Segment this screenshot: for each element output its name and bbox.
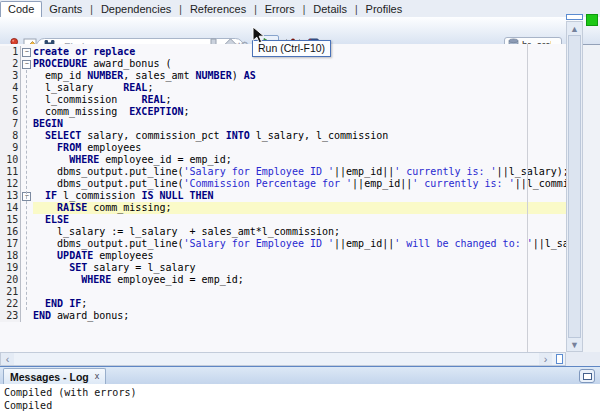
line-number: 7 [0, 118, 21, 130]
log-content: Compiled (with errors)Compiled [0, 384, 600, 412]
tab-bar: CodeGrants|Dependencies|References|Error… [0, 0, 600, 18]
minimize-icon [583, 373, 592, 380]
tab-code[interactable]: Code [0, 1, 42, 18]
compile-status-indicator [586, 14, 598, 26]
horizontal-scrollbar[interactable]: ‹ › [0, 352, 566, 366]
hscroll-split-handle[interactable] [556, 354, 563, 364]
line-number: 12 [0, 178, 21, 190]
code-line: l_salary REAL; [33, 82, 566, 94]
code-editor[interactable]: 1−2−345678910111213−14151617181920212223… [0, 44, 566, 352]
scroll-left-icon[interactable]: ‹ [1, 353, 14, 365]
code-line: WHERE employee_id = emp_id; [33, 154, 566, 166]
minimize-log-button[interactable] [579, 369, 595, 383]
tab-grants[interactable]: Grants [42, 2, 89, 17]
tab-errors[interactable]: Errors [258, 2, 302, 17]
line-number: 23 [0, 310, 21, 322]
line-number: 17 [0, 238, 21, 250]
log-line: Compiled (with errors) [4, 386, 600, 399]
fold-toggle-icon[interactable]: − [21, 58, 32, 70]
messages-log-tab[interactable]: Messages - Log x [3, 368, 106, 384]
tab-profiles[interactable]: Profiles [359, 2, 410, 17]
vertical-scrollbar[interactable]: ▲ ▼ [566, 21, 583, 352]
line-number: 9 [0, 142, 21, 154]
line-number: 15 [0, 214, 21, 226]
line-number: 5 [0, 94, 21, 106]
right-margin-line [527, 44, 528, 352]
line-number: 8 [0, 130, 21, 142]
code-line: dbms_output.put_line('Salary for Employe… [33, 238, 566, 250]
scrollbar-corner [566, 352, 600, 366]
line-number: 1 [0, 46, 21, 58]
tab-references[interactable]: References [183, 2, 253, 17]
line-number: 2 [0, 58, 21, 70]
mouse-cursor [252, 26, 266, 49]
scroll-down-icon[interactable]: ▼ [567, 338, 582, 351]
line-number: 13 [0, 190, 21, 202]
line-number: 4 [0, 82, 21, 94]
code-line: SELECT salary, commission_pct INTO l_sal… [33, 130, 566, 142]
code-line: FROM employees [33, 142, 566, 154]
gutter: 1−2−345678910111213−14151617181920212223 [0, 44, 32, 352]
line-number: 14 [0, 202, 21, 214]
close-log-icon[interactable]: x [95, 372, 100, 381]
scroll-up-icon[interactable]: ▲ [567, 22, 582, 35]
line-number: 3 [0, 70, 21, 82]
line-number: 19 [0, 262, 21, 274]
code-line: l_commission REAL; [33, 94, 566, 106]
code-line: PROCEDURE award_bonus ( [33, 58, 566, 70]
line-number: 6 [0, 106, 21, 118]
code-line: END IF; [33, 298, 566, 310]
code-line: ELSE [33, 214, 566, 226]
code-line: comm_missing EXCEPTION; [33, 106, 566, 118]
code-line: BEGIN [33, 118, 566, 130]
code-line: IF l_commission IS NULL THEN [33, 190, 566, 202]
code-line [33, 286, 566, 298]
tab-dependencies[interactable]: Dependencies [94, 2, 178, 17]
messages-panel: Messages - Log x Compiled (with errors)C… [0, 366, 600, 412]
line-number: 20 [0, 274, 21, 286]
code-line: UPDATE employees [33, 250, 566, 262]
messages-log-title: Messages - Log [10, 371, 89, 383]
code-pane[interactable]: create or replacePROCEDURE award_bonus (… [32, 44, 566, 352]
code-line: RAISE comm_missing; [33, 202, 566, 214]
editor-split-handle[interactable] [566, 14, 583, 20]
line-number: 22 [0, 298, 21, 310]
code-line: l_salary := l_salary + sales_amt*l_commi… [33, 226, 566, 238]
line-number: 10 [0, 154, 21, 166]
line-number: 21 [0, 286, 21, 298]
scroll-right-icon[interactable]: › [539, 353, 552, 365]
code-line: dbms_output.put_line('Salary for Employe… [33, 166, 566, 178]
code-line: SET salary = l_salary [33, 262, 566, 274]
fold-spacer [21, 310, 32, 322]
indent-guide [26, 70, 27, 310]
line-number: 16 [0, 226, 21, 238]
tab-details[interactable]: Details [306, 2, 354, 17]
log-line: Compiled [4, 399, 600, 412]
vertical-scrollbar-thumb[interactable] [568, 35, 581, 338]
code-line: emp_id NUMBER, sales_amt NUMBER) AS [33, 70, 566, 82]
code-line: END award_bonus; [33, 310, 566, 322]
code-line: dbms_output.put_line('Commission Percent… [33, 178, 566, 190]
plsql-editor-window: CodeGrants|Dependencies|References|Error… [0, 0, 600, 412]
code-line: WHERE employee_id = emp_id; [33, 274, 566, 286]
messages-header: Messages - Log x [0, 367, 600, 385]
line-number: 11 [0, 166, 21, 178]
fold-toggle-icon[interactable]: − [21, 46, 32, 58]
line-number: 18 [0, 250, 21, 262]
